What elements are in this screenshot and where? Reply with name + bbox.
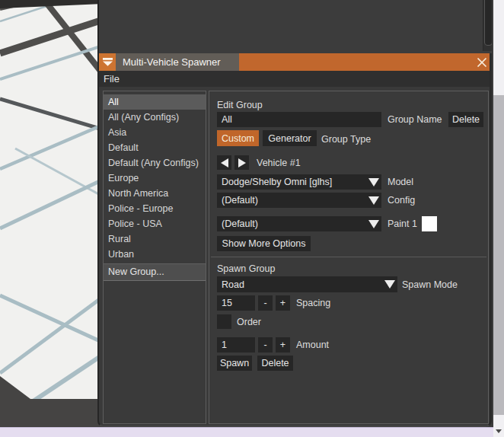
vehicle-number-label: Vehicle #1	[257, 158, 301, 168]
new-group-item[interactable]: New Group...	[104, 264, 206, 281]
list-item[interactable]: Default (Any Configs)	[104, 155, 206, 171]
titlebar[interactable]: Multi-Vehicle Spawner	[99, 53, 490, 71]
dropdown-caret-icon	[368, 178, 379, 187]
spacing-input[interactable]: 15	[217, 295, 255, 311]
spawn-button[interactable]: Spawn	[217, 356, 252, 371]
right-scrollbar[interactable]	[493, 0, 504, 437]
list-item[interactable]: All (Any Configs)	[104, 110, 206, 125]
spawn-mode-dropdown[interactable]: Road	[217, 276, 397, 292]
spawn-mode-value: Road	[222, 279, 244, 290]
scroll-down-arrow-icon[interactable]	[496, 429, 502, 433]
list-item[interactable]: Asia	[104, 125, 206, 140]
3d-scene-background	[0, 0, 103, 437]
group-name-label: Group Name	[388, 114, 442, 125]
show-more-options-button[interactable]: Show More Options	[217, 236, 311, 251]
background-window-scrollbar[interactable]	[483, 0, 492, 51]
close-icon[interactable]	[474, 53, 490, 71]
dropdown-caret-icon	[368, 220, 379, 228]
config-dropdown[interactable]: (Default)	[217, 193, 381, 208]
paint-value: (Default)	[222, 218, 258, 229]
spacing-plus-button[interactable]: +	[276, 295, 290, 311]
vehicle-next-button[interactable]	[234, 155, 249, 170]
list-item[interactable]: North America	[104, 186, 206, 201]
delete-group-button[interactable]: Delete	[448, 112, 483, 127]
amount-plus-button[interactable]: +	[276, 337, 290, 352]
group-type-custom-button[interactable]: Custom	[217, 130, 259, 146]
amount-minus-button[interactable]: -	[258, 337, 273, 352]
list-item[interactable]: Police - USA	[104, 216, 206, 231]
group-type-label: Group Type	[321, 134, 371, 145]
list-item[interactable]: Urban	[104, 247, 206, 262]
list-item[interactable]: Rural	[104, 231, 206, 247]
model-value: Dodge/Shelby Omni [glhs]	[222, 177, 332, 187]
amount-input[interactable]: 1	[217, 337, 255, 352]
list-item[interactable]: Police - Europe	[104, 201, 206, 216]
multi-vehicle-spawner-window: Multi-Vehicle Spawner File All All (Any …	[97, 53, 492, 427]
right-scrollbar-thumb[interactable]	[493, 95, 504, 415]
background-window-scrollbar-thumb[interactable]	[484, 0, 492, 46]
group-name-input[interactable]: All	[217, 112, 381, 127]
order-label: Order	[237, 317, 261, 327]
model-dropdown[interactable]: Dodge/Shelby Omni [glhs]	[217, 174, 381, 190]
spacing-label: Spacing	[296, 298, 330, 308]
screen: Multi-Vehicle Spawner File All All (Any …	[0, 0, 504, 437]
paint-color-swatch[interactable]	[422, 216, 437, 231]
menubar: File	[99, 71, 490, 87]
dropdown-caret-icon	[368, 196, 379, 205]
menu-file[interactable]: File	[100, 73, 123, 85]
section-separator	[211, 257, 486, 257]
group-type-generator-button[interactable]: Generator	[263, 130, 317, 146]
edit-panel: Edit Group All Group Name Delete Custom …	[209, 91, 489, 424]
list-item[interactable]: Default	[104, 140, 206, 155]
list-item[interactable]: Europe	[104, 171, 206, 186]
window-icon	[99, 53, 116, 71]
bottom-strip	[0, 427, 493, 437]
spawn-delete-button[interactable]: Delete	[257, 356, 293, 371]
background-window	[97, 0, 492, 53]
amount-label: Amount	[296, 340, 329, 350]
arrow-left-icon	[221, 158, 228, 167]
model-label: Model	[388, 177, 413, 187]
paint-label: Paint 1	[388, 218, 417, 229]
window-title: Multi-Vehicle Spawner	[116, 53, 239, 71]
spawn-group-title: Spawn Group	[217, 263, 275, 274]
vehicle-prev-button[interactable]	[217, 155, 231, 170]
spawn-mode-label: Spawn Mode	[402, 279, 458, 290]
order-checkbox[interactable]	[217, 314, 231, 329]
config-value: (Default)	[222, 195, 258, 206]
spacing-minus-button[interactable]: -	[258, 295, 273, 311]
dropdown-caret-icon	[384, 280, 395, 289]
window-body: All All (Any Configs) Asia Default Defau…	[99, 87, 490, 426]
group-list-panel: All All (Any Configs) Asia Default Defau…	[103, 91, 206, 424]
edit-group-title: Edit Group	[217, 100, 263, 110]
paint-dropdown[interactable]: (Default)	[217, 216, 381, 231]
arrow-right-icon	[238, 158, 246, 167]
list-item[interactable]: All	[104, 94, 206, 110]
config-label: Config	[388, 195, 415, 206]
